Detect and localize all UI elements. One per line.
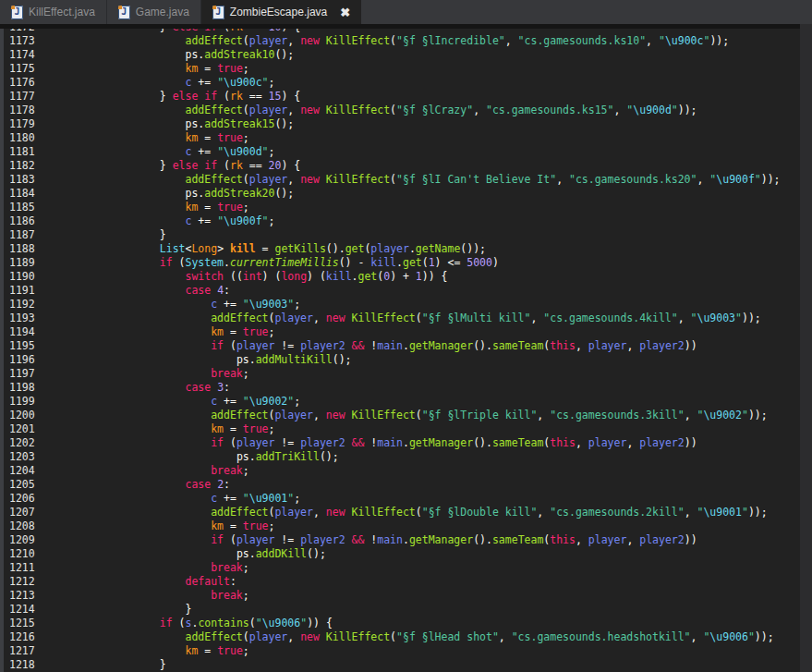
code-line[interactable]: 1196 ps.addMultiKill(); (0, 353, 800, 367)
code-line[interactable]: 1173 addEffect(player, new KillEffect("§… (0, 34, 800, 48)
line-number[interactable]: 1211 (0, 561, 52, 575)
line-number[interactable]: 1201 (0, 422, 52, 436)
code-line[interactable]: 1174 ps.addStreak10(); (0, 48, 800, 62)
line-number[interactable]: 1181 (0, 145, 52, 159)
line-number[interactable]: 1196 (0, 353, 52, 367)
line-number[interactable]: 1195 (0, 339, 52, 353)
line-number[interactable]: 1192 (0, 298, 52, 312)
line-number[interactable]: 1184 (0, 187, 52, 201)
code-line[interactable]: 1185 km = true; (0, 201, 800, 214)
line-number[interactable]: 1176 (0, 76, 52, 90)
line-number[interactable]: 1175 (0, 62, 52, 76)
code-line[interactable]: 1214 } (0, 603, 800, 617)
line-number[interactable]: 1213 (0, 589, 52, 603)
code-line[interactable]: 1215 if (s.contains("\u9006")) { (0, 617, 800, 630)
code-line[interactable]: 1180 km = true; (0, 131, 800, 145)
code-line[interactable]: 1197 break; (0, 367, 800, 381)
code-line[interactable]: 1202 if (player != player2 && !main.getM… (0, 436, 800, 450)
line-number[interactable]: 1182 (0, 159, 52, 173)
code-line[interactable]: 1210 ps.addDKill(); (0, 547, 800, 561)
line-number[interactable]: 1190 (0, 270, 52, 284)
code-line[interactable]: 1189 if (System.currentTimeMillis() - ki… (0, 256, 800, 270)
code-line[interactable]: 1182 } else if (rk == 20) { (0, 159, 800, 173)
code-line[interactable]: 1205 case 2: (0, 478, 800, 492)
line-number[interactable]: 1208 (0, 519, 52, 533)
code-line[interactable]: 1192 c += "\u9003"; (0, 298, 800, 312)
line-number[interactable]: 1205 (0, 478, 52, 492)
code-line[interactable]: 1208 km = true; (0, 519, 800, 533)
line-number[interactable]: 1193 (0, 312, 52, 325)
line-number[interactable]: 1194 (0, 325, 52, 339)
line-number[interactable]: 1218 (0, 658, 52, 672)
code-line[interactable]: 1184 ps.addStreak20(); (0, 187, 800, 201)
line-number[interactable]: 1198 (0, 381, 52, 395)
code-line[interactable]: 1201 km = true; (0, 422, 800, 436)
line-number[interactable]: 1173 (0, 34, 52, 48)
code-line[interactable]: 1206 c += "\u9001"; (0, 492, 800, 506)
code-line[interactable]: 1211 break; (0, 561, 800, 575)
line-number[interactable]: 1204 (0, 464, 52, 478)
line-number[interactable]: 1212 (0, 575, 52, 589)
code-line[interactable]: 1217 km = true; (0, 644, 800, 658)
line-number[interactable]: 1199 (0, 395, 52, 409)
line-number[interactable]: 1191 (0, 284, 52, 298)
line-number[interactable]: 1216 (0, 630, 52, 644)
line-number[interactable]: 1209 (0, 533, 52, 547)
code-line[interactable]: 1198 case 3: (0, 381, 800, 395)
line-number[interactable]: 1188 (0, 242, 52, 256)
close-icon[interactable]: ✖ (340, 6, 350, 18)
code-editor[interactable]: 1172 } else if (rk == 10) {1173 addEffec… (0, 24, 800, 672)
line-number[interactable]: 1185 (0, 201, 52, 214)
tab-killeffect[interactable]: KillEffect.java (0, 0, 107, 24)
line-number[interactable]: 1210 (0, 547, 52, 561)
code-line[interactable]: 1193 addEffect(player, new KillEffect("§… (0, 312, 800, 325)
line-number[interactable]: 1174 (0, 48, 52, 62)
code-line[interactable]: 1218 } (0, 658, 800, 672)
code-line[interactable]: 1199 c += "\u9002"; (0, 395, 800, 409)
vertical-scrollbar[interactable] (800, 24, 812, 672)
code-text: switch ((int) (long) (kill.get(0) + 1)) … (52, 270, 448, 284)
code-line[interactable]: 1187 } (0, 228, 800, 242)
code-line[interactable]: 1203 ps.addTriKill(); (0, 450, 800, 464)
code-line[interactable]: 1204 break; (0, 464, 800, 478)
code-line[interactable]: 1179 ps.addStreak15(); (0, 117, 800, 131)
code-line[interactable]: 1175 km = true; (0, 62, 800, 76)
code-line[interactable]: 1209 if (player != player2 && !main.getM… (0, 533, 800, 547)
line-number[interactable]: 1197 (0, 367, 52, 381)
code-line[interactable]: 1194 km = true; (0, 325, 800, 339)
code-line[interactable]: 1190 switch ((int) (long) (kill.get(0) +… (0, 270, 800, 284)
line-number[interactable]: 1183 (0, 173, 52, 187)
line-number[interactable]: 1202 (0, 436, 52, 450)
line-number[interactable]: 1187 (0, 228, 52, 242)
code-line[interactable]: 1176 c += "\u900c"; (0, 76, 800, 90)
code-line[interactable]: 1181 c += "\u900d"; (0, 145, 800, 159)
tab-game[interactable]: Game.java (107, 0, 201, 24)
line-number[interactable]: 1179 (0, 117, 52, 131)
code-line[interactable]: 1213 break; (0, 589, 800, 603)
line-number[interactable]: 1200 (0, 409, 52, 422)
code-line[interactable]: 1207 addEffect(player, new KillEffect("§… (0, 506, 800, 519)
line-number[interactable]: 1215 (0, 617, 52, 630)
code-line[interactable]: 1191 case 4: (0, 284, 800, 298)
line-number[interactable]: 1206 (0, 492, 52, 506)
code-line[interactable]: 1216 addEffect(player, new KillEffect("§… (0, 630, 800, 644)
line-number[interactable]: 1177 (0, 90, 52, 104)
line-number[interactable]: 1189 (0, 256, 52, 270)
code-text: } (52, 603, 191, 617)
line-number[interactable]: 1207 (0, 506, 52, 519)
code-line[interactable]: 1177 } else if (rk == 15) { (0, 90, 800, 104)
line-number[interactable]: 1180 (0, 131, 52, 145)
line-number[interactable]: 1217 (0, 644, 52, 658)
code-line[interactable]: 1212 default: (0, 575, 800, 589)
code-line[interactable]: 1188 List<Long> kill = getKills().get(pl… (0, 242, 800, 256)
code-line[interactable]: 1186 c += "\u900f"; (0, 214, 800, 228)
line-number[interactable]: 1186 (0, 214, 52, 228)
tab-zombieescape[interactable]: ZombieEscape.java ✖ (201, 0, 361, 24)
line-number[interactable]: 1178 (0, 104, 52, 117)
code-line[interactable]: 1178 addEffect(player, new KillEffect("§… (0, 104, 800, 117)
line-number[interactable]: 1203 (0, 450, 52, 464)
code-line[interactable]: 1195 if (player != player2 && !main.getM… (0, 339, 800, 353)
code-line[interactable]: 1183 addEffect(player, new KillEffect("§… (0, 173, 800, 187)
code-line[interactable]: 1200 addEffect(player, new KillEffect("§… (0, 409, 800, 422)
line-number[interactable]: 1214 (0, 603, 52, 617)
